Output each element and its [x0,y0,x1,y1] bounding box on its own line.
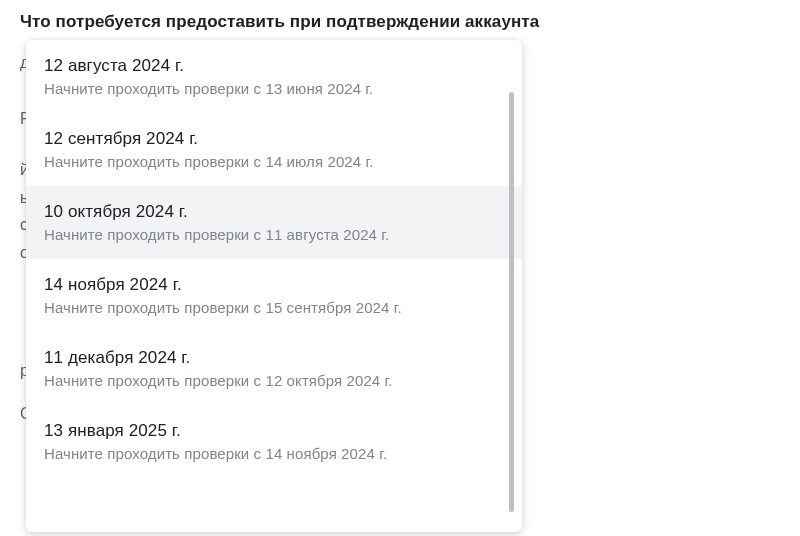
date-option-hovered[interactable]: 10 октября 2024 г. Начните проходить про… [26,186,522,259]
date-option-subtitle: Начните проходить проверки с 14 ноября 2… [44,445,504,462]
scrollbar-thumb[interactable] [509,92,514,512]
date-option[interactable]: 13 января 2025 г. Начните проходить пров… [26,405,522,478]
dropdown-scroll[interactable]: 12 августа 2024 г. Начните проходить про… [26,40,522,532]
date-option-cutoff[interactable] [26,478,522,494]
date-option[interactable]: 14 ноября 2024 г. Начните проходить пров… [26,259,522,332]
date-option-title: 13 января 2025 г. [44,421,504,441]
date-option-title: 11 декабря 2024 г. [44,348,504,368]
date-option[interactable]: 12 сентября 2024 г. Начните проходить пр… [26,113,522,186]
date-option-subtitle: Начните проходить проверки с 15 сентября… [44,299,504,316]
date-option-title: 12 сентября 2024 г. [44,129,504,149]
date-option-subtitle: Начните проходить проверки с 12 октября … [44,372,504,389]
date-option-subtitle: Начните проходить проверки с 13 июня 202… [44,80,504,97]
date-option[interactable]: 11 декабря 2024 г. Начните проходить про… [26,332,522,405]
date-option-title: 10 октября 2024 г. [44,202,504,222]
date-option-title: 14 ноября 2024 г. [44,275,504,295]
date-option-subtitle: Начните проходить проверки с 14 июля 202… [44,153,504,170]
date-dropdown[interactable]: 12 августа 2024 г. Начните проходить про… [26,40,522,532]
date-option[interactable]: 12 августа 2024 г. Начните проходить про… [26,40,522,113]
date-option-title: 12 августа 2024 г. [44,56,504,76]
date-option-subtitle: Начните проходить проверки с 11 августа … [44,226,504,243]
